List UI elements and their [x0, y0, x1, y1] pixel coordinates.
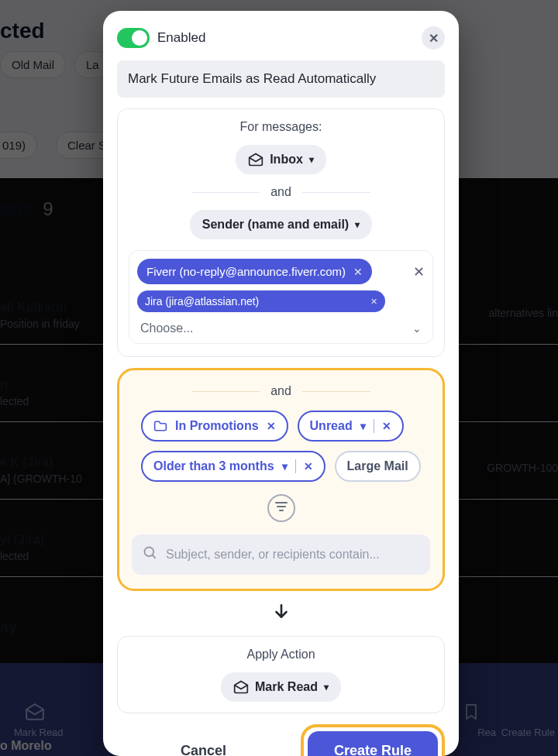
apply-action-label: Apply Action	[246, 648, 315, 662]
chevron-down-icon[interactable]: ▾	[282, 460, 288, 472]
search-icon	[143, 545, 158, 564]
action-label: Mark Read	[255, 680, 318, 694]
folder-icon	[153, 420, 167, 432]
filter-chip-older-than[interactable]: Older than 3 months ▾ ✕	[141, 451, 326, 482]
cancel-button[interactable]: Cancel	[117, 730, 290, 756]
create-rule-button[interactable]: Create Rule	[308, 731, 438, 756]
for-messages-label: For messages:	[240, 120, 322, 134]
sender-type-dropdown[interactable]: Sender (name and email) ▾	[190, 210, 372, 239]
close-button[interactable]: ✕	[422, 26, 445, 50]
remove-chip-icon[interactable]: ✕	[304, 460, 313, 472]
inbox-icon	[248, 153, 264, 167]
filter-chip-row: In Promotions ✕ Unread ▾ ✕ Older than 3 …	[132, 411, 430, 482]
sender-chip[interactable]: Fiverr (no-reply@announce.fiverr.com) ✕	[137, 259, 372, 284]
inbox-selector[interactable]: Inbox ▾	[236, 145, 326, 174]
enabled-toggle[interactable]	[117, 28, 150, 48]
create-rule-modal: Enabled ✕ Mark Future Emails as Read Aut…	[103, 11, 459, 756]
chevron-down-icon: ▾	[324, 682, 329, 692]
sender-type-label: Sender (name and email)	[202, 218, 349, 232]
filter-chip-label: In Promotions	[175, 419, 259, 433]
for-messages-section: For messages: Inbox ▾ and Sender (name a…	[117, 108, 445, 357]
choose-label: Choose...	[140, 321, 193, 335]
remove-chip-icon[interactable]: ✕	[353, 266, 363, 278]
filter-chip-label: Older than 3 months	[153, 459, 274, 473]
sender-chip-label: Fiverr (no-reply@announce.fiverr.com)	[146, 265, 346, 278]
sender-chip-area: Fiverr (no-reply@announce.fiverr.com) ✕ …	[129, 250, 433, 344]
search-placeholder: Subject, sender, or recipients contain..…	[166, 548, 380, 562]
filter-chip-in-promotions[interactable]: In Promotions ✕	[141, 411, 288, 442]
subject-search-input[interactable]: Subject, sender, or recipients contain..…	[132, 534, 430, 575]
remove-chip-icon[interactable]: ✕	[267, 420, 276, 432]
more-filters-button[interactable]	[267, 494, 295, 522]
choose-sender-dropdown[interactable]: Choose... ⌄	[137, 318, 425, 335]
svg-line-4	[153, 555, 156, 558]
filter-chip-unread[interactable]: Unread ▾ ✕	[298, 411, 404, 442]
rule-name-input[interactable]: Mark Future Emails as Read Automatically	[117, 60, 445, 98]
chevron-down-icon: ▾	[355, 219, 360, 230]
remove-chip-icon[interactable]: ✕	[382, 420, 391, 432]
sender-chip[interactable]: Jira (jira@atlassian.net) ✕	[137, 290, 385, 312]
filter-chip-large-mail[interactable]: Large Mail	[335, 451, 421, 482]
apply-action-section: Apply Action Mark Read ▾	[117, 636, 445, 713]
chevron-down-icon[interactable]: ▾	[360, 420, 366, 432]
remove-chip-icon[interactable]: ✕	[370, 297, 377, 307]
create-rule-highlight: Create Rule	[301, 724, 445, 756]
close-icon: ✕	[429, 31, 439, 46]
clear-all-senders-icon[interactable]: ✕	[413, 263, 425, 280]
inbox-label: Inbox	[270, 153, 303, 167]
mail-open-icon	[233, 680, 249, 694]
svg-point-3	[145, 548, 154, 557]
filter-section-highlighted: and In Promotions ✕ Unread ▾ ✕ Older tha…	[117, 368, 445, 591]
filter-lines-icon	[274, 501, 288, 515]
action-selector[interactable]: Mark Read ▾	[221, 672, 341, 702]
arrow-down-icon	[271, 602, 291, 625]
chevron-down-icon: ⌄	[412, 322, 422, 335]
and-label: and	[270, 185, 291, 199]
enabled-label: Enabled	[157, 30, 205, 46]
and-label: and	[270, 384, 291, 398]
and-divider: and	[129, 185, 433, 199]
and-divider: and	[132, 384, 430, 398]
sender-chip-label: Jira (jira@atlassian.net)	[145, 295, 259, 308]
filter-chip-label: Unread	[310, 419, 353, 433]
filter-chip-label: Large Mail	[347, 459, 408, 473]
modal-button-row: Cancel Create Rule	[117, 724, 445, 756]
chevron-down-icon: ▾	[309, 154, 314, 165]
